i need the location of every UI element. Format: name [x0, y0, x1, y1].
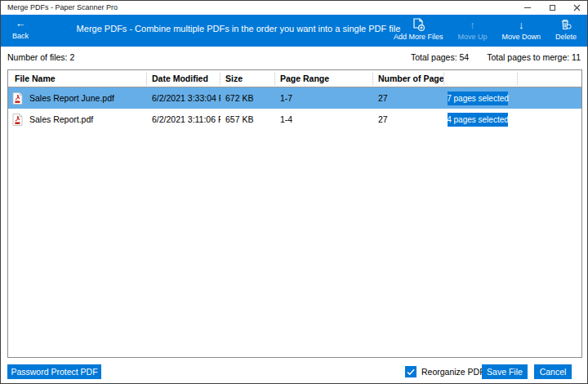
selection-cell: 7 pages selected [444, 92, 518, 105]
number-of-files-text: Number of files: 2 [7, 52, 74, 62]
pdf-file-icon [12, 92, 23, 105]
back-label: Back [12, 32, 29, 40]
size-cell: 657 KB [220, 114, 275, 124]
move-up-label: Move Up [457, 33, 487, 41]
window-title: Merge PDFs - Paper Scanner Pro [7, 1, 118, 15]
table-row[interactable]: Sales Report June.pdf 6/2/2021 3:33:04 P… [8, 87, 581, 109]
totals-text: Total pages: 54 Total pages to merge: 11 [411, 52, 581, 62]
table-row[interactable]: Sales Report.pdf 6/2/2021 3:11:06 PM 657… [8, 109, 581, 130]
window-controls [523, 1, 581, 15]
file-name-cell: Sales Report June.pdf [8, 92, 147, 105]
number-of-pages-cell: 27 [373, 114, 444, 124]
column-header-file-name[interactable]: File Name [8, 73, 147, 85]
file-name-cell: Sales Report.pdf [8, 114, 147, 126]
total-pages-text: Total pages: 54 [411, 52, 469, 62]
reorganize-checkbox[interactable] [405, 366, 416, 377]
add-file-icon [412, 18, 425, 31]
page-range-cell: 1-4 [275, 114, 373, 124]
date-modified-cell: 6/2/2021 3:11:06 PM [147, 114, 220, 124]
delete-label: Delete [555, 33, 577, 41]
column-header-page-range[interactable]: Page Range [275, 73, 373, 85]
column-header-size[interactable]: Size [220, 73, 275, 85]
table-header-row: File Name Date Modified Size Page Range … [8, 70, 581, 87]
maximize-icon [550, 5, 555, 11]
total-pages-to-merge-text: Total pages to merge: 11 [487, 52, 581, 62]
cancel-button[interactable]: Cancel [534, 364, 572, 379]
column-header-date-modified[interactable]: Date Modified [147, 73, 220, 85]
date-modified-cell: 6/2/2021 3:33:04 PM [147, 93, 220, 103]
selection-cell: 4 pages selected [444, 113, 518, 127]
close-button[interactable] [572, 3, 581, 13]
arrow-down-icon: ↓ [519, 18, 524, 31]
files-table: File Name Date Modified Size Page Range … [7, 69, 582, 358]
page-range-cell: 1-7 [275, 93, 373, 103]
minimize-icon [524, 7, 531, 8]
pages-selected-button[interactable]: 7 pages selected [448, 92, 508, 105]
password-protect-button[interactable]: Password Protect PDF [7, 364, 101, 379]
add-more-files-button[interactable]: Add More Files [386, 18, 451, 41]
minimize-button[interactable] [523, 3, 532, 13]
maximize-button[interactable] [548, 3, 556, 13]
toolbar-actions: Add More Files ↑ Move Up ↓ Move Down [386, 18, 584, 41]
column-header-number-of-pages[interactable]: Number of Pages [373, 73, 444, 85]
pages-selected-button[interactable]: 4 pages selected [448, 113, 508, 127]
back-arrow-icon: ← [16, 18, 26, 29]
add-more-files-label: Add More Files [394, 33, 443, 41]
move-up-button[interactable]: ↑ Move Up [450, 18, 494, 41]
save-file-button[interactable]: Save File [482, 364, 528, 379]
file-name: Sales Report.pdf [29, 114, 93, 124]
trash-icon [559, 18, 572, 31]
pdf-file-icon [12, 114, 23, 126]
column-header-spare [518, 73, 581, 85]
delete-button[interactable]: Delete [548, 18, 584, 41]
command-bar: ← Back Merge PDFs - Combine multiple PDF… [1, 15, 587, 47]
move-down-label: Move Down [501, 33, 541, 41]
page-title: Merge PDFs - Combine multiple PDFs in th… [37, 23, 440, 34]
title-bar: Merge PDFs - Paper Scanner Pro [1, 1, 587, 15]
file-name: Sales Report June.pdf [29, 93, 114, 103]
arrow-up-icon: ↑ [470, 18, 475, 31]
move-down-button[interactable]: ↓ Move Down [494, 18, 548, 41]
app-window: Merge PDFs - Paper Scanner Pro ← Back Me… [0, 0, 588, 384]
back-button[interactable]: ← Back [4, 18, 37, 40]
column-header-selection [444, 73, 518, 85]
size-cell: 672 KB [220, 93, 275, 103]
check-icon [407, 368, 415, 376]
close-icon [573, 4, 581, 11]
number-of-pages-cell: 27 [373, 93, 444, 103]
